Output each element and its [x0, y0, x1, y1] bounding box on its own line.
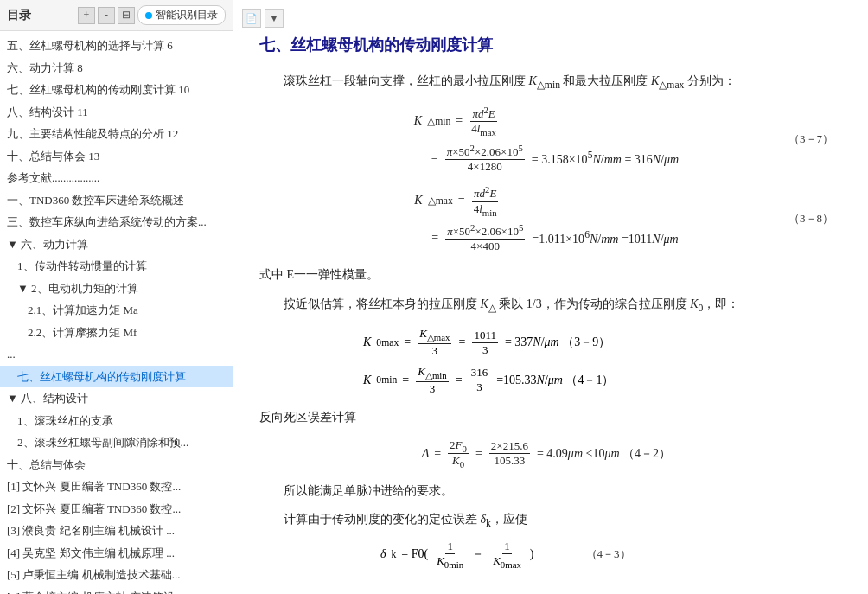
toc-item-21[interactable]: [1] 文怀兴 夏田编著 TND360 数控...	[0, 476, 233, 498]
formula-37-block: K△min = πd2E 4lmax = π×502×2.06×105 4×12…	[259, 105, 833, 174]
formula-38-content: K△max = πd2E 4lmin = π×502×2.06×105 4×40…	[414, 184, 678, 253]
intro-text: 滚珠丝杠一段轴向支撑，丝杠的最小拉压刚度 K△min 和最大拉压刚度 K△max…	[259, 70, 833, 94]
toc-item-7[interactable]: 参考文献.................	[0, 167, 233, 189]
formula-43-block: δk = F0( 1 K0min － 1 K0max ) （4－3）	[259, 540, 833, 570]
toc-item-20[interactable]: 十、总结与体会	[0, 454, 233, 476]
toc-item-8[interactable]: 一、TND360 数控车床进给系统概述	[0, 189, 233, 212]
toc-item-17[interactable]: ▼ 八、结构设计	[0, 387, 233, 410]
toc-item-24[interactable]: [4] 吴克坚 郑文伟主编 机械原理 ...	[0, 542, 233, 565]
toc-item-4[interactable]: 八、结构设计 11	[0, 101, 233, 124]
positioning-text: 计算由于传动刚度的变化的定位误差 δk，应使	[259, 508, 833, 533]
toc-item-1[interactable]: 五、丝杠螺母机构的选择与计算 6	[0, 35, 233, 57]
formula-37-content: K△min = πd2E 4lmax = π×502×2.06×105 4×12…	[414, 105, 679, 174]
doc-icon[interactable]: 📄	[242, 9, 261, 28]
toc-item-13[interactable]: 2.1、计算加速力矩 Ma	[0, 299, 233, 322]
toc-item-15[interactable]: ...	[0, 343, 233, 366]
elastic-note: 式中 E一一弹性模量。	[259, 264, 833, 285]
toc-item-18[interactable]: 1、滚珠丝杠的支承	[0, 410, 233, 432]
formula-43-number: （4－3）	[586, 546, 631, 562]
toc-item-26[interactable]: [6] 曹金榜主编 机床主轴/变速箱设...	[0, 586, 233, 595]
approx-text: 按近似估算，将丝杠本身的拉压刚度 K△ 乘以 1/3，作为传动的综合拉压刚度 K…	[259, 293, 833, 317]
toc-item-10[interactable]: ▼ 六、动力计算	[0, 233, 233, 256]
collapse-button[interactable]: -	[98, 7, 115, 24]
section-title: 七、丝杠螺母机构的传动刚度计算	[259, 35, 833, 56]
expand-button[interactable]: +	[78, 7, 95, 24]
sidebar-header: 目录 + - ⊟ 智能识别目录	[0, 0, 233, 31]
toc-item-14[interactable]: 2.2、计算摩擦力矩 Mf	[0, 322, 233, 344]
sidebar: 目录 + - ⊟ 智能识别目录 五、丝杠螺母机构的选择与计算 6 六、动力计算 …	[0, 0, 233, 594]
formula-38-block: K△max = πd2E 4lmin = π×502×2.06×105 4×40…	[259, 184, 833, 253]
doc-arrow[interactable]: ▼	[265, 9, 284, 28]
smart-toc-button[interactable]: 智能识别目录	[137, 5, 226, 25]
toc-item-9[interactable]: 三、数控车床纵向进给系统传动的方案...	[0, 211, 233, 233]
satisfy-text: 所以能满足单脉冲进给的要求。	[259, 480, 833, 501]
formula-42-block: Δ = 2F0 K0 = 2×215.6 105.33 = 4.09μm <10…	[259, 438, 833, 469]
toc-item-2[interactable]: 六、动力计算 8	[0, 57, 233, 80]
sidebar-title: 目录	[7, 8, 31, 23]
toc-item-5[interactable]: 九、主要结构性能及特点的分析 12	[0, 123, 233, 145]
refresh-button[interactable]: ⊟	[118, 7, 135, 24]
toc-item-6[interactable]: 十、总结与体会 13	[0, 145, 233, 168]
toc-item-16[interactable]: 七、丝杠螺母机构的传动刚度计算	[0, 366, 233, 388]
formula-37-number: （3－7）	[788, 131, 833, 147]
formula-42-content: Δ = 2F0 K0 = 2×215.6 105.33 = 4.09μm <10…	[422, 438, 671, 469]
toc-item-23[interactable]: [3] 濮良贵 纪名刚主编 机械设计 ...	[0, 520, 233, 542]
toc-item-25[interactable]: [5] 卢秉恒主编 机械制造技术基础...	[0, 564, 233, 586]
sidebar-toolbar: + - ⊟ 智能识别目录	[78, 5, 226, 25]
toc-item-11[interactable]: 1、传动件转动惯量的计算	[0, 255, 233, 278]
doc-toolbar: 📄 ▼	[242, 9, 284, 28]
toc-item-3[interactable]: 七、丝杠螺母机构的传动刚度计算 10	[0, 79, 233, 101]
toc-item-12[interactable]: ▼ 2、电动机力矩的计算	[0, 278, 233, 300]
formula-39-block: K0max = K△max 3 = 1011 3 = 337N/μm （3－9）…	[259, 327, 833, 395]
smart-toc-label: 智能识别目录	[156, 8, 218, 22]
toc-list: 五、丝杠螺母机构的选择与计算 6 六、动力计算 8 七、丝杠螺母机构的传动刚度计…	[0, 31, 233, 594]
reverse-deadzone-title: 反向死区误差计算	[259, 406, 833, 428]
formula-38-number: （3－8）	[788, 211, 833, 227]
main-content: 📄 ▼ 七、丝杠螺母机构的传动刚度计算 滚珠丝杠一段轴向支撑，丝杠的最小拉压刚度…	[233, 0, 868, 594]
toc-item-19[interactable]: 2、滚珠丝杠螺母副间隙消除和预...	[0, 431, 233, 454]
toc-item-22[interactable]: [2] 文怀兴 夏田编著 TND360 数控...	[0, 498, 233, 521]
smart-dot-icon	[145, 12, 152, 19]
